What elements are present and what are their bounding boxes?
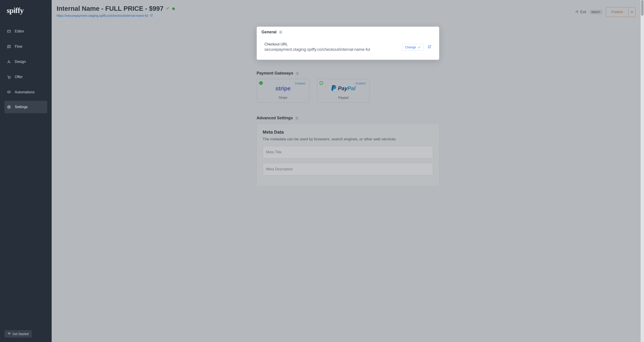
sidebar-item-flow[interactable]: Flow [0,40,52,53]
svg-marker-8 [8,91,11,92]
exit-icon [575,10,578,14]
topbar: Internal Name - FULL PRICE - $997 https:… [52,0,644,20]
sidebar-item-label: Settings [15,105,28,109]
paypal-logo: PayPal [331,84,356,92]
sidebar-item-label: Offer [15,75,22,79]
section-title-gateways: Payment Gateways [257,71,294,76]
publish-button[interactable]: Publish [606,7,628,17]
checkout-url-label: Checkout URL [264,42,370,46]
get-started-label: Get Started [12,332,28,336]
gateway-card-paypal[interactable]: Enabled PayPal Paypal [317,79,370,103]
gateway-card-stripe[interactable]: Enabled stripe Stripe [257,79,310,103]
sidebar-item-editor[interactable]: Editor [0,25,52,38]
sidebar-item-offer[interactable]: Offer [0,70,52,84]
publish-group: Publish [606,7,636,17]
svg-point-6 [8,78,9,79]
map-icon [7,44,11,49]
circle-icon [320,81,323,85]
sidebar-nav: Editor Flow Design Offer Automations [0,24,52,114]
section-title-general: General [262,30,276,35]
exit-button[interactable]: Exit [575,10,586,14]
status-dot [172,8,175,10]
change-url-button[interactable]: Change [402,44,423,51]
stripe-logo: stripe [276,84,291,92]
open-url-icon[interactable] [428,45,431,50]
page-title: Internal Name - FULL PRICE - $997 [56,5,164,12]
edit-title-icon[interactable] [166,7,170,11]
layers-icon [7,90,11,95]
info-icon[interactable]: i [296,72,299,75]
external-link-icon[interactable] [150,14,153,18]
svg-marker-11 [631,12,633,13]
checkout-url-row: Checkout URL securepayment.staging.spiff… [260,38,436,57]
svg-point-9 [8,107,10,108]
info-icon[interactable]: i [295,116,299,120]
section-title-advanced: Advanced Settings [257,116,293,120]
sidebar-item-label: Automations [15,90,35,94]
gateway-status-badge: Enabled [354,81,367,86]
check-icon [259,81,263,85]
change-label: Change [405,46,416,49]
sidebar-item-design[interactable]: Design [0,55,52,69]
gateway-status-badge: Enabled [294,81,307,86]
content: General i Checkout URL securepayment.sta… [52,20,644,342]
gateway-name: Stripe [278,96,287,99]
checkout-url-link[interactable]: https://securepayment.staging.spiffy.co/… [56,14,148,18]
meta-title-input[interactable] [263,146,433,158]
sidebar-item-settings[interactable]: Settings [4,101,47,113]
brand-logo: spiffy [0,0,52,24]
get-started-button[interactable]: Get Started [4,330,32,337]
sidebar-item-automations[interactable]: Automations [0,86,52,99]
scrollbar-track[interactable] [641,0,644,342]
graduation-icon [8,332,11,336]
top-actions: Exit DRAFT Publish [575,5,636,17]
publish-dropdown[interactable] [628,7,636,17]
gateway-row: Enabled stripe Stripe Enabled [257,79,439,103]
draft-badge: DRAFT [590,10,602,14]
advanced-card: Meta Data The metadata can be used by br… [257,124,439,186]
sidebar-item-label: Editor [15,29,24,33]
meta-data-description: The metadata can be used by browsers, se… [263,137,433,141]
info-icon[interactable]: i [279,31,282,34]
scrollbar-thumb[interactable] [641,0,644,16]
meta-description-input[interactable] [263,163,433,175]
typography-icon [7,60,11,64]
gear-icon [7,105,11,109]
svg-rect-0 [8,30,10,33]
card-icon [7,29,11,34]
sidebar-item-label: Flow [15,45,22,49]
svg-point-7 [10,78,10,79]
exit-label: Exit [580,10,586,14]
brand-logo-text: spiffy [7,6,45,15]
gateway-name: Paypal [338,96,348,99]
title-block: Internal Name - FULL PRICE - $997 https:… [56,5,175,18]
cart-icon [7,75,11,79]
main: Internal Name - FULL PRICE - $997 https:… [52,0,644,342]
sidebar-item-label: Design [15,60,26,64]
general-card: General i Checkout URL securepayment.sta… [257,27,439,60]
meta-data-heading: Meta Data [263,130,433,135]
sidebar: spiffy Editor Flow Design Offer [0,0,52,342]
checkout-url-value: securepayment.staging.spiffy.co/checkout… [264,47,370,52]
